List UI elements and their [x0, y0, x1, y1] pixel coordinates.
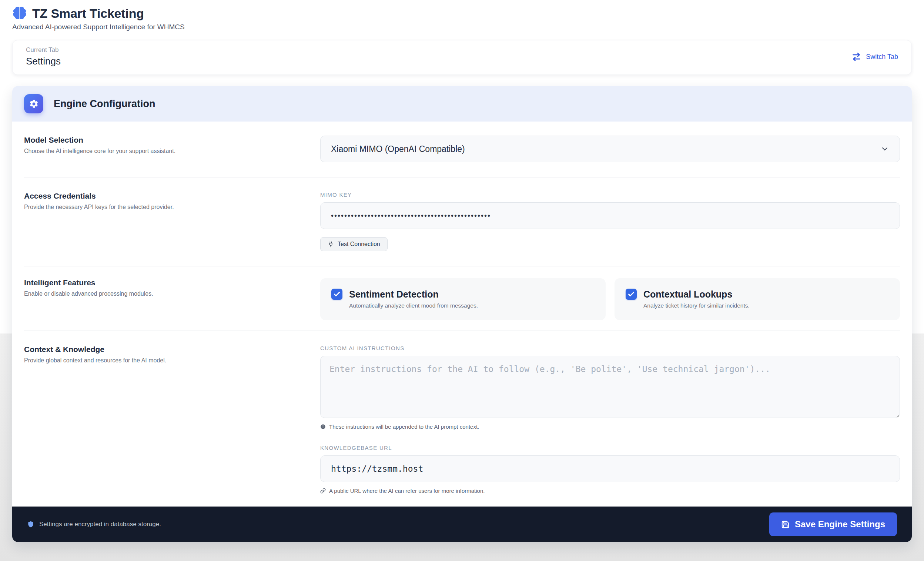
feature-description: Analyze ticket history for similar incid…: [644, 302, 889, 309]
feature-description: Automatically analyze client mood from m…: [349, 302, 594, 309]
access-credentials-heading: Access Credentials: [24, 192, 298, 200]
model-selection-header: Model Selection Choose the AI intelligen…: [24, 135, 320, 162]
access-credentials-description: Provide the necessary API keys for the s…: [24, 204, 298, 211]
encryption-note: Settings are encrypted in database stora…: [27, 520, 161, 528]
chevron-down-icon: [880, 144, 889, 153]
page: TZ Smart Ticketing Advanced AI-powered S…: [0, 0, 924, 542]
shield-icon: [27, 520, 34, 528]
test-connection-button[interactable]: Test Connection: [320, 237, 388, 251]
model-select[interactable]: Xiaomi MIMO (OpenAI Compatible): [320, 135, 900, 162]
knowledgebase-help: A public URL where the AI can refer user…: [320, 487, 900, 494]
switch-tab-label: Switch Tab: [866, 53, 898, 61]
knowledgebase-url-input[interactable]: [320, 456, 900, 482]
sentiment-detection-toggle[interactable]: Sentiment Detection: [332, 289, 594, 300]
custom-instructions-textarea[interactable]: [320, 356, 900, 418]
context-knowledge-controls: CUSTOM AI INSTRUCTIONS These instruction…: [320, 345, 900, 494]
context-knowledge-description: Provide global context and resources for…: [24, 357, 298, 364]
knowledgebase-block: KNOWLEDGEBASE URL A public URL where the…: [320, 445, 900, 494]
app-title: TZ Smart Ticketing: [32, 6, 144, 21]
test-connection-label: Test Connection: [338, 241, 380, 248]
access-credentials-controls: MIMO KEY Test Connection: [320, 192, 900, 251]
brain-logo-icon: [12, 6, 27, 21]
context-knowledge-heading: Context & Knowledge: [24, 345, 298, 354]
feature-card-sentiment: Sentiment Detection Automatically analyz…: [320, 278, 606, 320]
intelligent-features-header: Intelligent Features Enable or disable a…: [24, 278, 320, 320]
current-tab-label: Current Tab: [26, 46, 61, 54]
current-tab-info: Current Tab Settings: [26, 46, 61, 67]
feature-title: Sentiment Detection: [349, 289, 439, 300]
model-selection-description: Choose the AI intelligence core for your…: [24, 148, 298, 155]
save-icon: [781, 520, 790, 529]
switch-tab-button[interactable]: Switch Tab: [852, 52, 898, 62]
model-select-value: Xiaomi MIMO (OpenAI Compatible): [331, 144, 465, 154]
switch-arrows-icon: [852, 52, 861, 62]
contextual-lookups-toggle[interactable]: Contextual Lookups: [626, 289, 889, 300]
checkbox-checked-icon[interactable]: [332, 289, 342, 300]
knowledgebase-help-text: A public URL where the AI can refer user…: [329, 487, 484, 494]
knowledgebase-url-label: KNOWLEDGEBASE URL: [320, 445, 900, 451]
plug-icon: [328, 241, 334, 248]
feature-card-contextual: Contextual Lookups Analyze ticket histor…: [615, 278, 900, 320]
instructions-help-text: These instructions will be appended to t…: [329, 424, 479, 430]
save-button-label: Save Engine Settings: [795, 519, 885, 529]
info-icon: [320, 424, 326, 429]
intelligent-features-section: Intelligent Features Enable or disable a…: [12, 266, 912, 331]
engine-card-title: Engine Configuration: [54, 98, 155, 110]
link-icon: [320, 488, 326, 493]
intelligent-features-description: Enable or disable advanced processing mo…: [24, 290, 298, 297]
model-selection-controls: Xiaomi MIMO (OpenAI Compatible): [320, 135, 900, 162]
current-tab-value: Settings: [26, 56, 61, 67]
checkbox-checked-icon[interactable]: [626, 289, 637, 300]
context-knowledge-header: Context & Knowledge Provide global conte…: [24, 345, 320, 494]
engine-card-header: Engine Configuration: [12, 86, 912, 122]
tab-bar-card: Current Tab Settings Switch Tab: [12, 40, 912, 75]
access-credentials-section: Access Credentials Provide the necessary…: [12, 177, 912, 266]
instructions-help: These instructions will be appended to t…: [320, 424, 900, 430]
custom-instructions-label: CUSTOM AI INSTRUCTIONS: [320, 345, 900, 351]
access-credentials-header: Access Credentials Provide the necessary…: [24, 192, 320, 251]
intelligent-features-controls: Sentiment Detection Automatically analyz…: [320, 278, 900, 320]
card-footer: Settings are encrypted in database stora…: [12, 507, 912, 542]
context-knowledge-section: Context & Knowledge Provide global conte…: [12, 331, 912, 507]
mimo-key-label: MIMO KEY: [320, 192, 900, 198]
save-engine-settings-button[interactable]: Save Engine Settings: [769, 513, 897, 536]
brand-row: TZ Smart Ticketing: [12, 6, 912, 21]
mimo-key-input[interactable]: [320, 202, 900, 229]
app-subtitle: Advanced AI-powered Support Intelligence…: [12, 23, 912, 31]
engine-configuration-card: Engine Configuration Model Selection Cho…: [12, 86, 912, 542]
intelligent-features-heading: Intelligent Features: [24, 278, 298, 287]
feature-title: Contextual Lookups: [644, 289, 732, 300]
gear-icon: [24, 94, 44, 113]
model-selection-section: Model Selection Choose the AI intelligen…: [12, 122, 912, 177]
model-selection-heading: Model Selection: [24, 135, 298, 144]
encryption-note-text: Settings are encrypted in database stora…: [39, 520, 161, 528]
app-header: TZ Smart Ticketing Advanced AI-powered S…: [12, 0, 912, 31]
